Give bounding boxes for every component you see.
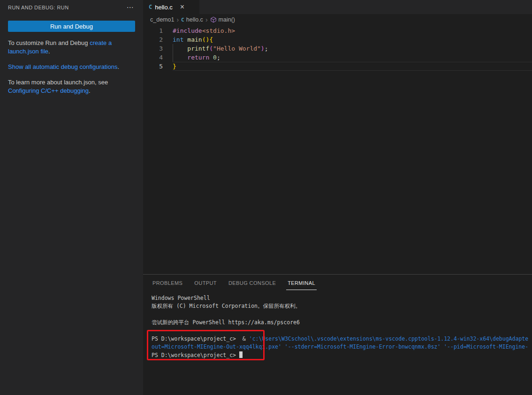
breadcrumb-folder[interactable]: c_demo1 bbox=[150, 16, 174, 23]
code-token bbox=[209, 54, 213, 61]
terminal-text: 版权所有 (C) Microsoft Corporation。保留所有权利。 bbox=[152, 303, 301, 309]
code-line[interactable]: 2int main(){ bbox=[143, 35, 532, 44]
tab-label: hello.c bbox=[155, 4, 173, 11]
tab-problems[interactable]: PROBLEMS bbox=[152, 279, 183, 287]
code-line[interactable]: 5} bbox=[143, 62, 532, 71]
sidebar-header: RUN AND DEBUG: RUN ⋯ bbox=[0, 0, 143, 13]
terminal-line: Windows PowerShell bbox=[152, 294, 532, 302]
breadcrumb-file[interactable]: hello.c bbox=[186, 16, 203, 23]
line-number: 3 bbox=[143, 44, 163, 53]
tab-terminal[interactable]: TERMINAL bbox=[287, 279, 316, 287]
terminal-text: 尝试新的跨平台 PowerShell https://aka.ms/pscore… bbox=[152, 319, 300, 326]
code-token: return bbox=[187, 54, 209, 61]
line-number: 5 bbox=[143, 62, 163, 71]
code-line-content: return 0; bbox=[173, 53, 532, 62]
configuring-cpp-debugging-link[interactable]: Configuring C/C++ debugging bbox=[8, 87, 89, 94]
run-and-debug-button[interactable]: Run and Debug bbox=[8, 21, 135, 32]
code-line-content: } bbox=[173, 62, 532, 71]
code-token: main bbox=[187, 36, 202, 43]
code-line-content: printf("Hello World"); bbox=[173, 44, 532, 53]
code-token: } bbox=[173, 63, 176, 70]
terminal-text: 'c:\Users\W3Cschool\.vscode\extensions\m… bbox=[249, 335, 528, 342]
tab-hello-c[interactable]: C hello.c × bbox=[143, 0, 199, 14]
code-token: () bbox=[202, 36, 210, 43]
terminal-line: 版权所有 (C) Microsoft Corporation。保留所有权利。 bbox=[152, 302, 532, 310]
line-number: 1 bbox=[143, 26, 163, 35]
chevron-right-icon: › bbox=[176, 17, 179, 22]
code-token: <stdio.h> bbox=[202, 27, 235, 34]
terminal-text: PS D:\workspace\project_c> & bbox=[152, 335, 249, 342]
terminal-text: Windows PowerShell bbox=[152, 295, 210, 301]
code-token: printf bbox=[187, 45, 209, 52]
code-token: ) bbox=[261, 45, 265, 52]
editor-tab-bar: C hello.c × bbox=[143, 0, 532, 14]
terminal-text: PS D:\workspace\project_c> bbox=[152, 352, 239, 358]
c-file-icon: C bbox=[181, 17, 184, 23]
code-token: { bbox=[209, 36, 213, 43]
editor-group: C hello.c × c_demo1 › C hello.c › main()… bbox=[143, 0, 532, 395]
code-editor[interactable]: 1#include<stdio.h>2int main(){3 printf("… bbox=[143, 25, 532, 274]
terminal-line: PS D:\workspace\project_c> & 'c:\Users\W… bbox=[152, 335, 532, 343]
learn-more-prefix: To learn more about launch.json, see bbox=[8, 79, 108, 86]
code-line-content: #include<stdio.h> bbox=[173, 26, 532, 35]
terminal-output[interactable]: Windows PowerShell版权所有 (C) Microsoft Cor… bbox=[143, 291, 532, 395]
breadcrumb-symbol[interactable]: main() bbox=[219, 16, 235, 23]
line-number: 2 bbox=[143, 35, 163, 44]
code-line[interactable]: 3 printf("Hello World"); bbox=[143, 44, 532, 53]
vscode-window: RUN AND DEBUG: RUN ⋯ Run and Debug To cu… bbox=[0, 0, 532, 395]
code-token: "Hello World" bbox=[213, 45, 261, 52]
show-configs-text: Show all automatic debug configurations. bbox=[8, 63, 135, 71]
terminal-line bbox=[152, 311, 532, 319]
code-token: #include bbox=[173, 27, 202, 34]
customize-hint-prefix: To customize Run and Debug bbox=[8, 39, 90, 46]
code-line[interactable]: 1#include<stdio.h> bbox=[143, 26, 532, 35]
c-file-icon: C bbox=[149, 4, 152, 10]
close-tab-icon[interactable]: × bbox=[180, 4, 184, 10]
terminal-line bbox=[152, 327, 532, 335]
more-actions-icon[interactable]: ⋯ bbox=[125, 4, 136, 11]
code-token: int bbox=[173, 36, 183, 43]
terminal-line: 尝试新的跨平台 PowerShell https://aka.ms/pscore… bbox=[152, 319, 532, 327]
code-token: ; bbox=[217, 54, 220, 61]
learn-more-text: To learn more about launch.json, see Con… bbox=[8, 78, 135, 95]
terminal-text: out=Microsoft-MIEngine-Out-xqq4lkqi.pxe'… bbox=[152, 343, 528, 350]
line-number: 4 bbox=[143, 53, 163, 62]
chevron-right-icon: › bbox=[205, 17, 208, 22]
tab-debug-console[interactable]: DEBUG CONSOLE bbox=[228, 279, 276, 287]
code-lines: 1#include<stdio.h>2int main(){3 printf("… bbox=[143, 26, 532, 71]
code-line-content: int main(){ bbox=[173, 35, 532, 44]
show-debug-configurations-link[interactable]: Show all automatic debug configurations bbox=[8, 63, 117, 70]
breadcrumb: c_demo1 › C hello.c › main() bbox=[143, 14, 532, 25]
panel-tab-bar: PROBLEMS OUTPUT DEBUG CONSOLE TERMINAL bbox=[143, 275, 532, 291]
code-token: ; bbox=[265, 45, 268, 52]
customize-hint-text: To customize Run and Debug create a laun… bbox=[8, 39, 135, 56]
terminal-line: out=Microsoft-MIEngine-Out-xqq4lkqi.pxe'… bbox=[152, 343, 532, 351]
code-token: ( bbox=[209, 45, 213, 52]
code-token: 0 bbox=[213, 54, 217, 61]
code-token bbox=[173, 54, 187, 61]
terminal-cursor bbox=[239, 351, 243, 358]
sidebar-title: RUN AND DEBUG: RUN bbox=[8, 5, 69, 10]
code-line[interactable]: 4 return 0; bbox=[143, 53, 532, 62]
code-token bbox=[173, 45, 187, 52]
terminal-line: PS D:\workspace\project_c> bbox=[152, 351, 532, 359]
run-debug-sidebar: RUN AND DEBUG: RUN ⋯ Run and Debug To cu… bbox=[0, 0, 143, 395]
tab-output[interactable]: OUTPUT bbox=[194, 279, 217, 287]
symbol-method-icon bbox=[210, 16, 217, 23]
bottom-panel: PROBLEMS OUTPUT DEBUG CONSOLE TERMINAL W… bbox=[143, 274, 532, 395]
